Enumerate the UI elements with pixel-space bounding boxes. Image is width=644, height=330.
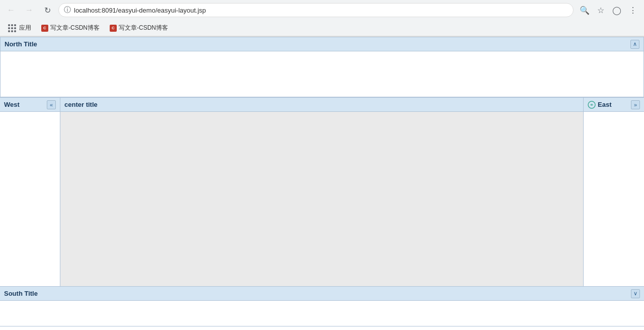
browser-chrome: ← → ↻ ⓘ localhost:8091/easyui-demo/easyu… [0,0,644,37]
east-collapse-button[interactable]: » [631,100,640,109]
east-title-bar: East » [584,98,644,112]
west-title-bar: West « [0,98,60,112]
middle-row: West « center title East [0,97,644,286]
bookmark-item-2[interactable]: C 写文章-CSDN博客 [106,22,172,34]
south-title: South Title [4,290,38,297]
west-content [0,112,60,286]
csdn-icon-1: C [41,25,48,32]
panel-south: South Title ∨ [0,286,644,326]
bookmark-item-1[interactable]: C 写文章-CSDN博客 [37,22,104,34]
reload-button[interactable]: ↻ [40,3,54,17]
west-title: West [4,101,20,108]
apps-button[interactable]: 应用 [4,22,35,34]
south-content [0,301,644,326]
panel-center: center title [60,98,584,286]
east-content [584,112,644,286]
west-collapse-button[interactable]: « [47,100,56,109]
center-content [60,112,583,286]
toolbar-actions: 🔍 ☆ ◯ ⋮ [578,3,640,17]
lock-icon: ⓘ [64,6,71,15]
forward-button[interactable]: → [22,3,36,17]
menu-button[interactable]: ⋮ [626,3,640,17]
center-title-bar: center title [60,98,583,112]
bookmarks-bar: 应用 C 写文章-CSDN博客 C 写文章-CSDN博客 [0,20,644,36]
north-title: North Title [5,40,37,48]
apps-label: 应用 [19,24,31,32]
browser-toolbar: ← → ↻ ⓘ localhost:8091/easyui-demo/easyu… [0,0,644,20]
address-bar[interactable]: ⓘ localhost:8091/easyui-demo/easyui-layo… [58,3,574,17]
back-button[interactable]: ← [4,3,18,17]
north-content [1,51,643,97]
bookmark-label-2: 写文章-CSDN博客 [119,24,168,32]
search-button[interactable]: 🔍 [578,3,592,17]
north-title-bar: North Title ∧ [1,37,643,51]
easyui-layout: North Title ∧ West « center title [0,37,644,326]
panel-north: North Title ∧ [0,37,644,97]
east-title: East [598,101,611,108]
center-title: center title [64,101,98,108]
panel-east: East » [584,98,644,286]
north-collapse-button[interactable]: ∧ [630,40,639,49]
south-collapse-button[interactable]: ∨ [631,289,640,298]
bookmark-button[interactable]: ☆ [594,3,608,17]
easyui-icon [588,101,596,109]
panel-west: West « [0,98,60,286]
account-button[interactable]: ◯ [610,3,624,17]
csdn-icon-2: C [110,25,117,32]
url-text: localhost:8091/easyui-demo/easyui-layout… [74,7,568,14]
apps-grid-icon [8,24,16,32]
bookmark-label-1: 写文章-CSDN博客 [50,24,100,32]
south-title-bar: South Title ∨ [0,287,644,301]
